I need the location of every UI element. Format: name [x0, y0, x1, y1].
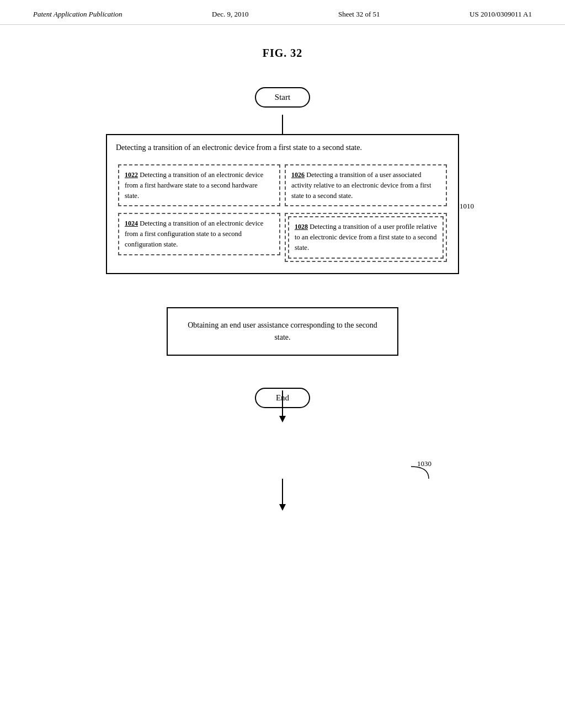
outer-box-title: Detecting a transition of an electronic …	[116, 142, 449, 153]
figure-title: FIG. 32	[263, 47, 303, 60]
svg-marker-3	[279, 416, 286, 422]
box-1028-inner: 1028 Detecting a transition of a user pr…	[288, 216, 444, 258]
start-node: Start	[76, 82, 489, 108]
ref-label-1030: 1030	[417, 459, 431, 468]
end-oval: End	[255, 388, 310, 408]
header-sheet: Sheet 32 of 51	[338, 10, 380, 19]
main-content: FIG. 32 1000 Start	[0, 25, 565, 430]
obtain-box: Obtaining an end user assistance corresp…	[167, 307, 398, 356]
box-1024: 1024 Detecting a transition of an electr…	[118, 213, 280, 255]
end-node: End	[76, 388, 489, 408]
header-date: Dec. 9, 2010	[212, 10, 248, 19]
box-1026-text: Detecting a transition of a user associa…	[291, 171, 431, 200]
box-1026: 1026 Detecting a transition of a user as…	[285, 164, 447, 206]
box-1026-num: 1026	[291, 171, 305, 179]
outer-box: Detecting a transition of an electronic …	[106, 134, 459, 274]
box-1024-num: 1024	[125, 220, 138, 227]
box-1028-outer: 1028 Detecting a transition of a user pr…	[285, 213, 447, 261]
box-1028-num: 1028	[295, 223, 308, 231]
obtain-box-container: Obtaining an end user assistance corresp…	[76, 307, 489, 356]
inner-boxes-container: 1022 Detecting a transition of an electr…	[116, 162, 449, 264]
box-1022: 1022 Detecting a transition of an electr…	[118, 164, 280, 206]
svg-marker-5	[279, 504, 286, 511]
box-1028-text: Detecting a transition of a user profile…	[295, 223, 437, 251]
header-patent-number: US 2010/0309011 A1	[470, 10, 532, 19]
page-header: Patent Application Publication Dec. 9, 2…	[0, 0, 565, 25]
start-oval: Start	[255, 87, 310, 108]
box-1022-text: Detecting a transition of an electronic …	[125, 171, 263, 200]
outer-box-container: Detecting a transition of an electronic …	[76, 134, 489, 274]
left-column: 1022 Detecting a transition of an electr…	[116, 162, 282, 264]
box-1022-num: 1022	[125, 171, 138, 179]
flowchart: 1000 Start 1010 Detecting a transition o…	[76, 82, 489, 408]
box-1024-text: Detecting a transition of an electronic …	[125, 220, 263, 248]
ref-label-1010: 1010	[460, 202, 474, 211]
header-publication-type: Patent Application Publication	[33, 10, 122, 19]
right-column: 1026 Detecting a transition of a user as…	[282, 162, 449, 264]
